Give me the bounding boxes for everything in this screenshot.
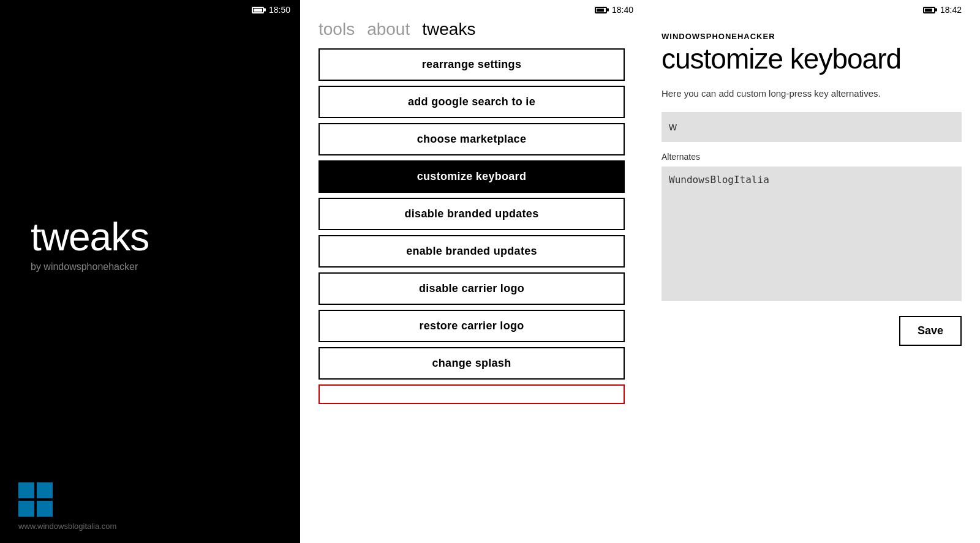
save-button[interactable]: Save: [899, 316, 962, 346]
tab-tweaks[interactable]: tweaks: [422, 20, 475, 39]
splash-content: tweaks by windowsphonehacker: [0, 20, 300, 470]
key-input[interactable]: [662, 112, 962, 142]
detail-app-name: WINDOWSPHONEHACKER: [662, 32, 962, 41]
splash-footer: www.windowsblogitalia.com: [0, 470, 300, 543]
btn-change-splash[interactable]: change splash: [318, 347, 625, 380]
list-tabs: tools about tweaks: [300, 20, 643, 39]
btn-disable-carrier-logo[interactable]: disable carrier logo: [318, 272, 625, 305]
detail-time: 18:42: [940, 5, 962, 15]
splash-title: tweaks: [31, 217, 270, 257]
list-status-bar: 18:40: [300, 0, 643, 20]
btn-enable-branded-updates[interactable]: enable branded updates: [318, 235, 625, 268]
alternates-label: Alternates: [662, 152, 962, 162]
btn-customize-keyboard[interactable]: customize keyboard: [318, 160, 625, 193]
splash-status-bar: 18:50: [0, 0, 300, 20]
list-panel: 18:40 tools about tweaks rearrange setti…: [300, 0, 643, 543]
list-time: 18:40: [612, 5, 633, 15]
splash-panel: 18:50 tweaks by windowsphonehacker www.w…: [0, 0, 300, 543]
detail-description: Here you can add custom long-press key a…: [662, 87, 962, 100]
save-row: Save: [662, 316, 962, 346]
detail-status-bar: 18:42: [662, 0, 962, 20]
splash-url: www.windowsblogitalia.com: [18, 522, 116, 531]
list-battery-icon: [595, 7, 607, 13]
detail-panel: 18:42 WINDOWSPHONEHACKER customize keybo…: [643, 0, 980, 543]
detail-page-title: customize keyboard: [662, 43, 962, 75]
windows-logo-quad-1: [18, 482, 34, 498]
windows-logo: [18, 482, 53, 517]
list-items: rearrange settings add google search to …: [300, 45, 643, 543]
btn-restore-carrier-logo[interactable]: restore carrier logo: [318, 310, 625, 342]
btn-last-item[interactable]: [318, 384, 625, 404]
tab-tools[interactable]: tools: [318, 20, 355, 39]
battery-icon: [252, 7, 264, 13]
windows-logo-quad-3: [18, 501, 34, 517]
btn-add-google-search[interactable]: add google search to ie: [318, 86, 625, 118]
detail-battery-icon: [923, 7, 935, 13]
tab-about[interactable]: about: [367, 20, 410, 39]
btn-rearrange-settings[interactable]: rearrange settings: [318, 48, 625, 81]
splash-subtitle: by windowsphonehacker: [31, 261, 270, 272]
windows-logo-quad-2: [37, 482, 53, 498]
windows-logo-quad-4: [37, 501, 53, 517]
splash-time: 18:50: [269, 5, 290, 15]
alternates-textarea[interactable]: WundowsBlogItalia: [662, 167, 962, 301]
btn-choose-marketplace[interactable]: choose marketplace: [318, 123, 625, 155]
btn-disable-branded-updates[interactable]: disable branded updates: [318, 198, 625, 230]
